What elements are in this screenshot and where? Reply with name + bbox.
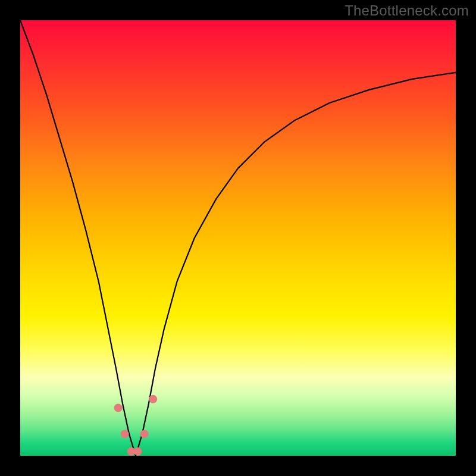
watermark-text: TheBottleneck.com (345, 2, 469, 19)
bottleneck-curve (20, 20, 456, 456)
curve-marker (134, 447, 142, 456)
curve-marker (149, 395, 157, 403)
chart-overlay (20, 20, 456, 456)
chart-container: TheBottleneck.com (0, 0, 476, 476)
curve-markers (114, 395, 158, 456)
curve-marker (114, 403, 123, 412)
curve-marker (140, 430, 149, 438)
curve-marker (121, 430, 129, 438)
